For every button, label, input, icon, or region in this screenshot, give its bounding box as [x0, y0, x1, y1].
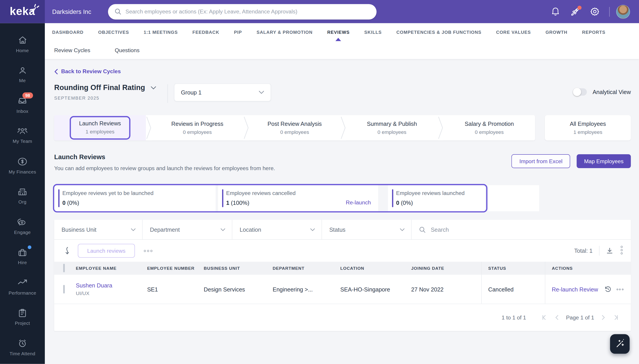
business-unit-filter[interactable]: Business Unit	[54, 220, 143, 239]
hire-notification-dot	[28, 246, 31, 249]
stage-launch-reviews[interactable]: Launch Reviews 1 employees	[54, 115, 146, 140]
sort-arrow-icon[interactable]	[64, 246, 70, 255]
content: Back to Review Cycles Rounding Off Final…	[45, 68, 639, 331]
analytical-view-label: Analytical View	[593, 89, 631, 95]
re-launch-review-link[interactable]: Re-launch Review	[552, 286, 598, 292]
sidebar-item-hire[interactable]: Hire	[0, 241, 45, 271]
tab-objectives[interactable]: OBJECTIVES	[98, 23, 129, 41]
settings-gear-icon[interactable]	[590, 7, 599, 16]
stat-accent-bar	[392, 189, 393, 207]
sidebar-item-home[interactable]: Home	[0, 29, 45, 59]
employee-role: UI/UX	[76, 290, 144, 296]
launch-reviews-button[interactable]: Launch reviews	[78, 244, 135, 258]
more-actions-icon[interactable]	[144, 250, 153, 252]
re-launch-link[interactable]: Re-launch	[346, 200, 371, 206]
toggle-track[interactable]	[573, 88, 587, 96]
chevron-down-icon	[131, 228, 136, 231]
user-avatar[interactable]	[616, 5, 630, 18]
person-icon	[18, 66, 27, 75]
topbar: keka Darksiders Inc	[0, 0, 639, 23]
stat-card-launched: Employee reviews launched 0 (0%)	[388, 185, 486, 211]
row-more-actions-icon[interactable]	[616, 288, 624, 290]
sidebar-item-performance[interactable]: Performance	[0, 272, 45, 302]
rocket-notification-dot	[577, 6, 581, 10]
tab-competencies-job-functions[interactable]: COMPETENCIES & JOB FUNCTIONS	[396, 23, 481, 41]
tab-dashboard[interactable]: DASHBOARD	[52, 23, 84, 41]
global-search-input[interactable]	[125, 8, 370, 14]
tab-growth[interactable]: GROWTH	[546, 23, 567, 41]
sidebar-item-me[interactable]: Me	[0, 59, 45, 90]
tab-skills[interactable]: SKILLS	[364, 23, 382, 41]
total-count: Total: 1	[574, 247, 593, 254]
keka-app: keka Darksiders Inc	[0, 0, 639, 364]
topbar-icons	[541, 5, 630, 18]
import-from-excel-button[interactable]: Import from Excel	[512, 154, 570, 168]
keka-logo[interactable]: keka	[0, 0, 45, 23]
analytical-view-toggle[interactable]: Analytical View	[573, 88, 631, 96]
tab-core-values[interactable]: CORE VALUES	[496, 23, 531, 41]
stat-card-yet-to-launch: Employee reviews yet to be launched 0 (0…	[54, 185, 216, 211]
notifications-bell-icon[interactable]	[550, 7, 560, 16]
sidebar-item-project[interactable]: Project	[0, 302, 45, 332]
column-header-location: LOCATION	[340, 266, 411, 271]
sidebar-item-org[interactable]: Org	[0, 180, 45, 211]
tab-reviews[interactable]: REVIEWS	[327, 23, 350, 41]
tab-salary-promotion[interactable]: SALARY & PROMOTION	[257, 23, 313, 41]
reviews-sub-tabs: Review Cycles Questions	[45, 41, 639, 59]
stage-all-employees[interactable]: All Employees 1 employees	[545, 115, 631, 140]
first-page-icon[interactable]	[542, 315, 548, 320]
history-icon[interactable]	[604, 286, 612, 293]
tab-1-1-meetings[interactable]: 1:1 MEETINGS	[144, 23, 178, 41]
sidebar-item-inbox[interactable]: 98 Inbox	[0, 90, 45, 120]
sidebar-item-my-finances[interactable]: My Finances	[0, 150, 45, 180]
chevron-down-icon	[310, 228, 315, 231]
tab-reports[interactable]: REPORTS	[582, 23, 605, 41]
stage-salary-promotion[interactable]: Salary & Promotion 0 employees	[444, 115, 535, 140]
location-filter[interactable]: Location	[232, 220, 322, 239]
tab-pip[interactable]: PIP	[234, 23, 242, 41]
department-filter[interactable]: Department	[143, 220, 232, 239]
last-page-icon[interactable]	[612, 315, 618, 320]
download-icon[interactable]	[606, 247, 613, 254]
sidebar-item-my-team[interactable]: My Team	[0, 120, 45, 150]
sidebar-item-time-attend[interactable]: Time Attend	[0, 332, 45, 362]
chevron-down-icon	[221, 228, 226, 231]
global-search[interactable]	[108, 4, 376, 19]
table-search[interactable]	[411, 220, 631, 239]
subtab-review-cycles[interactable]: Review Cycles	[54, 47, 90, 53]
kebab-menu-icon[interactable]	[621, 246, 623, 256]
stage-reviews-in-progress[interactable]: Reviews in Progress 0 employees	[151, 115, 243, 140]
tab-feedback[interactable]: FEEDBACK	[192, 23, 220, 41]
filter-bar: Business Unit Department Location S	[54, 220, 631, 240]
stage-post-review-analysis[interactable]: Post Review Analysis 0 employees	[249, 115, 340, 140]
table-search-input[interactable]	[431, 226, 623, 233]
map-employees-button[interactable]: Map Employees	[577, 154, 631, 168]
dollar-icon	[18, 157, 27, 166]
status-filter[interactable]: Status	[322, 220, 411, 239]
viewport: keka Darksiders Inc	[0, 0, 639, 364]
pagination-range: 1 to 1 of 1	[502, 314, 526, 320]
back-to-review-cycles-link[interactable]: Back to Review Cycles	[54, 68, 121, 74]
ai-assistant-button[interactable]	[610, 334, 629, 354]
stat-accent-bar	[222, 189, 223, 207]
cycle-title-dropdown[interactable]: Rounding Off Final Rating SEPTEMBER 2025	[54, 84, 156, 100]
employee-name-link[interactable]: Sushen Duara	[76, 282, 144, 288]
row-checkbox[interactable]	[63, 285, 65, 293]
group-select[interactable]: Group 1	[174, 84, 271, 102]
body: Home Me 98 Inbox My Team My Finances	[0, 23, 639, 364]
column-header-status: STATUS	[481, 262, 545, 275]
sidebar-item-engage[interactable]: Engage	[0, 211, 45, 241]
stage-summary-publish[interactable]: Summary & Publish 0 employees	[346, 115, 438, 140]
magic-wand-icon	[614, 339, 625, 349]
select-all-checkbox[interactable]	[63, 264, 65, 272]
whats-new-rocket-icon[interactable]	[570, 7, 580, 16]
trend-icon	[17, 278, 27, 288]
prev-page-icon[interactable]	[555, 315, 558, 320]
inbox-badge: 98	[23, 92, 33, 98]
next-page-icon[interactable]	[602, 315, 605, 320]
subtab-questions[interactable]: Questions	[115, 47, 140, 53]
department-value: Engineering >...	[273, 286, 340, 292]
chevron-left-icon	[54, 68, 58, 74]
cycle-title: Rounding Off Final Rating	[54, 84, 145, 92]
chevron-down-icon	[259, 91, 264, 94]
